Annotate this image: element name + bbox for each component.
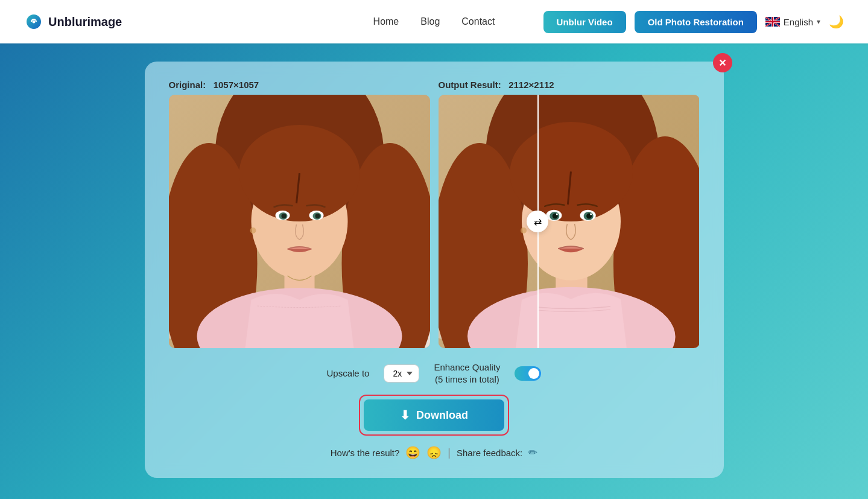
old-photo-restoration-button[interactable]: Old Photo Restoration [635, 11, 757, 33]
svg-point-58 [590, 213, 592, 215]
main-nav: Home Blog Contact [373, 16, 495, 27]
svg-point-39 [521, 227, 527, 234]
share-feedback-icon[interactable]: ✏ [528, 446, 537, 459]
nav-home[interactable]: Home [373, 16, 399, 27]
main-content: ✕ Original: 1057×1057 [0, 43, 868, 496]
download-icon: ⬇ [400, 408, 410, 422]
upscale-select[interactable]: 2x 1x 4x [384, 364, 419, 383]
happy-emoji[interactable]: 😄 [405, 445, 420, 460]
comparison-after [537, 95, 699, 348]
logo-text: Unblurimage [48, 15, 122, 29]
swap-button[interactable]: ⇄ [527, 211, 548, 232]
images-comparison-row: Original: 1057×1057 [169, 80, 700, 348]
enhance-quality-label: Enhance Quality (5 times in total) [434, 361, 500, 385]
result-card: ✕ Original: 1057×1057 [145, 62, 724, 478]
output-label: Output Result: 2112×2112 [439, 80, 700, 90]
nav-blog[interactable]: Blog [420, 16, 440, 27]
unblur-video-button[interactable]: Unblur Video [543, 11, 626, 33]
share-feedback-label: Share feedback: [457, 448, 522, 458]
close-button[interactable]: ✕ [713, 53, 732, 72]
output-panel: Output Result: 2112×2112 [439, 80, 700, 348]
language-selector[interactable]: English ▾ [765, 17, 820, 27]
feedback-row: How's the result? 😄 😞 | Share feedback: … [169, 445, 700, 460]
download-label: Download [416, 409, 468, 422]
download-button-outline: ⬇ Download [359, 395, 509, 436]
svg-point-18 [315, 214, 320, 218]
feedback-question: How's the result? [331, 448, 400, 458]
download-wrapper: ⬇ Download [169, 395, 700, 436]
logo-container: Unblurimage [24, 12, 122, 31]
enhance-quality-toggle[interactable] [515, 366, 541, 381]
nav-contact[interactable]: Contact [461, 16, 495, 27]
header-right: Unblur Video Old Photo Restoration Engli… [543, 11, 844, 33]
header: Unblurimage Home Blog Contact Unblur Vid… [0, 0, 868, 43]
original-label: Original: 1057×1057 [169, 80, 430, 90]
download-button[interactable]: ⬇ Download [364, 399, 504, 431]
original-panel: Original: 1057×1057 [169, 80, 430, 348]
logo-icon [24, 12, 43, 31]
svg-point-17 [281, 214, 286, 218]
feedback-divider: | [448, 447, 451, 459]
svg-point-57 [556, 213, 557, 215]
svg-point-0 [33, 21, 36, 24]
sad-emoji[interactable]: 😞 [426, 445, 442, 460]
controls-row: Upscale to 2x 1x 4x Enhance Quality (5 t… [169, 361, 700, 385]
dark-mode-toggle[interactable]: 🌙 [829, 14, 844, 29]
svg-point-20 [250, 227, 256, 234]
upscale-label: Upscale to [327, 368, 370, 378]
comparison-before [439, 95, 538, 348]
output-comparison: ⇄ [439, 95, 700, 348]
chevron-down-icon: ▾ [817, 17, 820, 26]
language-label: English [784, 17, 813, 27]
flag-icon [765, 17, 780, 27]
original-image [169, 95, 430, 348]
